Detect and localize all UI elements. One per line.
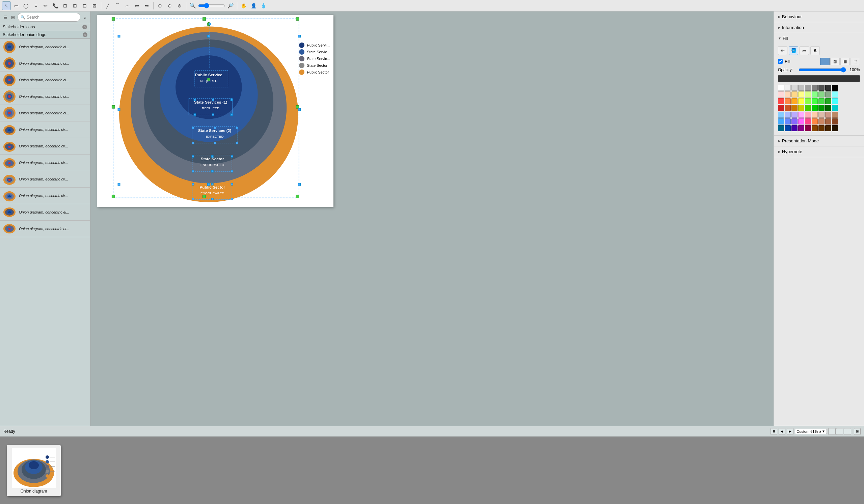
text-tool[interactable]: ≡ [32, 1, 40, 10]
swatch-r2[interactable] [785, 91, 791, 98]
bend-tool[interactable]: ⌓ [123, 1, 132, 10]
prev-btn[interactable]: ◀ [779, 428, 785, 435]
fill-bucket-btn[interactable]: 🪣 [789, 46, 798, 55]
zoom-out-tool[interactable]: 🔍 [188, 1, 197, 10]
search-input[interactable] [27, 15, 77, 20]
fill-solid-btn[interactable] [820, 58, 830, 65]
view-mode-3[interactable] [844, 428, 851, 435]
fill-none-btn[interactable]: ⬚ [851, 58, 860, 65]
list-item[interactable]: Onion diagram, eccentric cir... [0, 138, 90, 155]
view-mode-1[interactable] [828, 428, 836, 435]
sidebar-menu-btn[interactable]: ☰ [2, 13, 9, 21]
swatch-e7[interactable] [818, 119, 825, 124]
swatch-black[interactable] [832, 85, 838, 91]
zoom-in-tool[interactable]: 🔎 [226, 1, 235, 10]
swatch-d5[interactable] [805, 105, 811, 111]
zoom-display[interactable]: Custom 61% ▲▼ [795, 429, 827, 434]
swatch-b1[interactable] [778, 112, 784, 118]
swatch-e2[interactable] [785, 119, 791, 124]
swatch-e1[interactable] [778, 119, 784, 124]
swatch-e6[interactable] [812, 119, 818, 124]
diagram-svg[interactable]: Public Service REQUIRED State Services (… [97, 15, 334, 207]
swatch-f2[interactable] [785, 125, 791, 131]
swatch-d1[interactable] [778, 105, 784, 111]
swatch-b4[interactable] [798, 112, 804, 118]
swatch-s3[interactable] [791, 98, 797, 104]
fill-header[interactable]: ▼ Fill [774, 33, 864, 44]
swatch-e3[interactable] [791, 119, 797, 124]
list-item[interactable]: Onion diagram, concentric ci... [0, 55, 90, 72]
swatch-f5[interactable] [805, 125, 811, 131]
rect-tool[interactable]: ▭ [12, 1, 21, 10]
fill-checkbox[interactable] [778, 59, 783, 64]
group-tool[interactable]: ⊕ [156, 1, 164, 10]
swatch-d6[interactable] [812, 105, 818, 111]
eyedrop-tool[interactable]: 💧 [259, 1, 268, 10]
swatch-s9[interactable] [832, 98, 838, 104]
split-tool[interactable]: ⇌ [133, 1, 141, 10]
information-header[interactable]: ▶ Information [774, 22, 864, 33]
swatch-r4[interactable] [798, 91, 804, 98]
swatch-r3[interactable] [791, 91, 797, 98]
swatch-d8[interactable] [825, 105, 831, 111]
hand-tool[interactable]: ✋ [239, 1, 248, 10]
swatch-s5[interactable] [805, 98, 811, 104]
fill-gradient-btn[interactable]: ▨ [830, 58, 840, 65]
join-tool[interactable]: ⇋ [142, 1, 151, 10]
swatch-gray2[interactable] [805, 85, 811, 91]
swatch-d2[interactable] [785, 105, 791, 111]
border-btn[interactable]: ▭ [800, 46, 809, 55]
swatch-f9[interactable] [832, 125, 838, 131]
pencil-tool[interactable]: ✏ [41, 1, 50, 10]
link-tool[interactable]: ╱ [103, 1, 112, 10]
view-mode-2[interactable] [836, 428, 843, 435]
swatch-b2[interactable] [785, 112, 791, 118]
tool1[interactable]: ⊡ [61, 1, 70, 10]
swatch-d7[interactable] [818, 105, 825, 111]
swatch-s7[interactable] [818, 98, 825, 104]
swatch-d9[interactable] [832, 105, 838, 111]
ungroup-tool[interactable]: ⊖ [165, 1, 174, 10]
swatch-s8[interactable] [825, 98, 831, 104]
list-item[interactable]: Onion diagram, eccentric cir... [0, 155, 90, 171]
swatch-s2[interactable] [785, 98, 791, 104]
sidebar-search-btn[interactable]: ⌕ [82, 13, 88, 21]
list-item[interactable]: Onion diagram, eccentric cir... [0, 121, 90, 138]
tag-stakeholder-icons[interactable]: Stakeholder icons ✕ [0, 23, 90, 31]
swatch-r8[interactable] [825, 91, 831, 98]
tag-close-onion[interactable]: ✕ [83, 33, 87, 37]
hypernote-header[interactable]: ▶ Hypernote [774, 146, 864, 157]
swatch-e9[interactable] [832, 119, 838, 124]
list-item[interactable]: Onion diagram, concentric ci... [0, 88, 90, 105]
swatch-darkgray1[interactable] [818, 85, 825, 91]
swatch-f8[interactable] [825, 125, 831, 131]
list-item[interactable]: Onion diagram, concentric el... [0, 204, 90, 221]
swatch-lightgray2[interactable] [791, 85, 797, 91]
tool2[interactable]: ⊞ [71, 1, 79, 10]
list-item[interactable]: Onion diagram, concentric ci... [0, 105, 90, 121]
zoom-slider[interactable] [198, 3, 225, 9]
pen-btn[interactable]: ✏ [778, 46, 788, 55]
align-tool[interactable]: ⊗ [175, 1, 184, 10]
swatch-r6[interactable] [812, 91, 818, 98]
swatch-s1[interactable] [778, 98, 784, 104]
tool3[interactable]: ⊟ [80, 1, 89, 10]
swatch-f6[interactable] [812, 125, 818, 131]
swatch-b7[interactable] [818, 112, 825, 118]
list-item[interactable]: Onion diagram, concentric ci... [0, 39, 90, 55]
select-tool[interactable]: ↖ [2, 1, 11, 10]
swatch-d4[interactable] [798, 105, 804, 111]
swatch-e8[interactable] [825, 119, 831, 124]
swatch-r5[interactable] [805, 91, 811, 98]
swatch-b3[interactable] [791, 112, 797, 118]
swatch-r7[interactable] [818, 91, 825, 98]
swatch-f4[interactable] [798, 125, 804, 131]
next-btn[interactable]: ▶ [787, 428, 793, 435]
list-item[interactable]: Onion diagram, eccentric cir... [0, 171, 90, 187]
list-item[interactable]: Onion diagram, concentric el... [0, 221, 90, 237]
swatch-white[interactable] [778, 85, 784, 91]
swatch-f3[interactable] [791, 125, 797, 131]
phone-tool[interactable]: 📞 [51, 1, 60, 10]
swatch-f1[interactable] [778, 125, 784, 131]
sidebar-grid-btn[interactable]: ⊞ [10, 13, 16, 21]
